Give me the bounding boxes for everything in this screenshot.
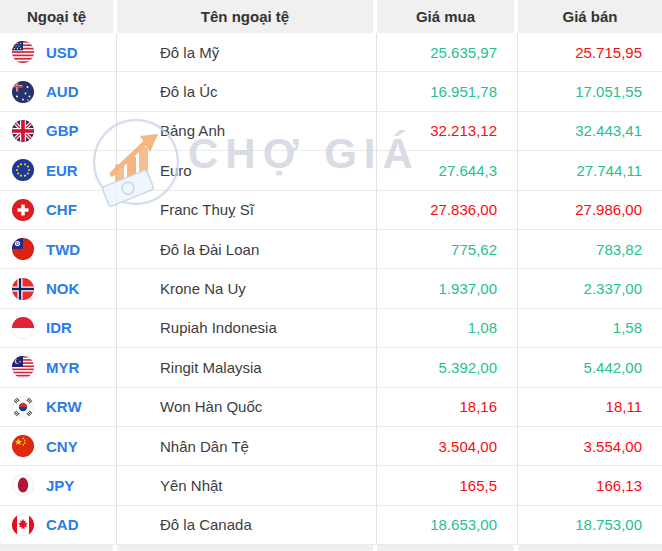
sell-price-cell: 32.443,41 bbox=[518, 112, 662, 150]
my-flag-icon bbox=[12, 356, 34, 378]
sell-price-cell: 5.442,00 bbox=[518, 348, 662, 386]
buy-price: 1,08 bbox=[468, 319, 497, 336]
buy-price-cell: 5.392,00 bbox=[377, 348, 518, 386]
buy-price-cell: 1.937,00 bbox=[377, 269, 518, 307]
sell-price: 3.554,00 bbox=[584, 438, 642, 455]
buy-price: 18,16 bbox=[459, 398, 497, 415]
exchange-rate-table: Ngoại tệ Tên ngoại tệ Giá mua Giá bán US… bbox=[0, 0, 662, 545]
kr-flag-icon bbox=[12, 396, 34, 418]
table-row[interactable]: USD Đô la Mỹ 25.635,97 25.715,95 bbox=[0, 33, 662, 72]
currency-name: Đô la Mỹ bbox=[160, 44, 219, 61]
ca-flag-icon bbox=[12, 514, 34, 536]
currency-cell: NOK bbox=[0, 269, 117, 307]
table-row[interactable]: NOK Krone Na Uy 1.937,00 2.337,00 bbox=[0, 269, 662, 308]
currency-code: JPY bbox=[46, 477, 74, 494]
buy-price-cell: 27.644,3 bbox=[377, 151, 518, 189]
table-row[interactable]: JPY Yên Nhật 165,5 166,13 bbox=[0, 466, 662, 505]
table-row[interactable]: GBP Bảng Anh 32.213,12 32.443,41 bbox=[0, 112, 662, 151]
currency-cell: AUD bbox=[0, 72, 117, 110]
sell-price: 166,13 bbox=[596, 477, 642, 494]
cn-flag-icon bbox=[12, 435, 34, 457]
currency-name: Franc Thuỵ Sĩ bbox=[160, 201, 254, 218]
currency-name-cell: Won Hàn Quốc bbox=[117, 388, 377, 426]
currency-name-cell: Krone Na Uy bbox=[117, 269, 377, 307]
sell-price-cell: 2.337,00 bbox=[518, 269, 662, 307]
buy-price: 165,5 bbox=[459, 477, 497, 494]
currency-code: NOK bbox=[46, 280, 79, 297]
currency-cell: CAD bbox=[0, 506, 117, 544]
sell-price: 32.443,41 bbox=[575, 122, 642, 139]
currency-cell: USD bbox=[0, 33, 117, 71]
table-row[interactable]: MYR Ringit Malaysia 5.392,00 5.442,00 bbox=[0, 348, 662, 387]
table-row[interactable]: AUD Đô la Úc 16.951,78 17.051,55 bbox=[0, 72, 662, 111]
currency-cell: GBP bbox=[0, 112, 117, 150]
currency-name-cell: Đô la Úc bbox=[117, 72, 377, 110]
currency-cell: CHF bbox=[0, 191, 117, 229]
currency-code: EUR bbox=[46, 162, 78, 179]
currency-code: TWD bbox=[46, 241, 80, 258]
buy-price: 3.504,00 bbox=[439, 438, 497, 455]
sell-price: 5.442,00 bbox=[584, 359, 642, 376]
table-row[interactable]: KRW Won Hàn Quốc 18,16 18,11 bbox=[0, 388, 662, 427]
currency-name: Krone Na Uy bbox=[160, 280, 246, 297]
ch-flag-icon bbox=[12, 199, 34, 221]
sell-price: 18,11 bbox=[606, 398, 642, 415]
table-row[interactable]: CNY Nhân Dân Tệ 3.504,00 3.554,00 bbox=[0, 427, 662, 466]
sell-price-cell: 25.715,95 bbox=[518, 33, 662, 71]
table-row[interactable]: TWD Đô la Đài Loan 775,62 783,82 bbox=[0, 230, 662, 269]
buy-price-cell: 25.635,97 bbox=[377, 33, 518, 71]
tw-flag-icon bbox=[12, 238, 34, 260]
sell-price-cell: 18,11 bbox=[518, 388, 662, 426]
currency-name-cell: Đô la Đài Loan bbox=[117, 230, 377, 268]
buy-price-cell: 775,62 bbox=[377, 230, 518, 268]
currency-code: CAD bbox=[46, 516, 79, 533]
buy-price-cell: 165,5 bbox=[377, 466, 518, 504]
buy-price-cell: 18,16 bbox=[377, 388, 518, 426]
table-row[interactable]: IDR Rupiah Indonesia 1,08 1,58 bbox=[0, 309, 662, 348]
currency-code: AUD bbox=[46, 83, 79, 100]
table-body: USD Đô la Mỹ 25.635,97 25.715,95 AUD Đô … bbox=[0, 33, 662, 545]
currency-name-cell: Ringit Malaysia bbox=[117, 348, 377, 386]
buy-price: 27.644,3 bbox=[439, 162, 497, 179]
column-header-currency-name: Tên ngoại tệ bbox=[117, 0, 377, 33]
sell-price: 18.753,00 bbox=[575, 516, 642, 533]
currency-code: CNY bbox=[46, 438, 78, 455]
currency-name: Đô la Úc bbox=[160, 83, 218, 100]
buy-price: 5.392,00 bbox=[439, 359, 497, 376]
currency-name: Won Hàn Quốc bbox=[160, 398, 262, 415]
table-row[interactable]: EUR Euro 27.644,3 27.744,11 bbox=[0, 151, 662, 190]
buy-price: 25.635,97 bbox=[430, 44, 497, 61]
currency-name: Bảng Anh bbox=[160, 122, 225, 139]
column-header-sell-price: Giá bán bbox=[518, 0, 662, 33]
currency-name: Euro bbox=[160, 162, 192, 179]
currency-code: GBP bbox=[46, 122, 79, 139]
buy-price-cell: 27.836,00 bbox=[377, 191, 518, 229]
table-row[interactable]: CAD Đô la Canada 18.653,00 18.753,00 bbox=[0, 506, 662, 545]
sell-price-cell: 27.986,00 bbox=[518, 191, 662, 229]
column-header-currency: Ngoại tệ bbox=[0, 0, 117, 33]
currency-code: MYR bbox=[46, 359, 79, 376]
us-flag-icon bbox=[12, 41, 34, 63]
buy-price: 27.836,00 bbox=[430, 201, 497, 218]
currency-name-cell: Đô la Canada bbox=[117, 506, 377, 544]
table-row[interactable]: CHF Franc Thuỵ Sĩ 27.836,00 27.986,00 bbox=[0, 191, 662, 230]
currency-cell: KRW bbox=[0, 388, 117, 426]
sell-price-cell: 17.051,55 bbox=[518, 72, 662, 110]
sell-price: 783,82 bbox=[596, 241, 642, 258]
sell-price-cell: 783,82 bbox=[518, 230, 662, 268]
currency-name-cell: Đô la Mỹ bbox=[117, 33, 377, 71]
sell-price-cell: 3.554,00 bbox=[518, 427, 662, 465]
currency-name-cell: Bảng Anh bbox=[117, 112, 377, 150]
sell-price: 17.051,55 bbox=[575, 83, 642, 100]
currency-name: Nhân Dân Tệ bbox=[160, 438, 249, 455]
currency-name: Rupiah Indonesia bbox=[160, 319, 277, 336]
currency-cell: JPY bbox=[0, 466, 117, 504]
buy-price: 16.951,78 bbox=[430, 83, 497, 100]
sell-price: 2.337,00 bbox=[584, 280, 642, 297]
currency-cell: TWD bbox=[0, 230, 117, 268]
currency-cell: MYR bbox=[0, 348, 117, 386]
currency-name: Đô la Canada bbox=[160, 516, 252, 533]
sell-price-cell: 1,58 bbox=[518, 309, 662, 347]
currency-name: Ringit Malaysia bbox=[160, 359, 262, 376]
sell-price: 27.986,00 bbox=[575, 201, 642, 218]
